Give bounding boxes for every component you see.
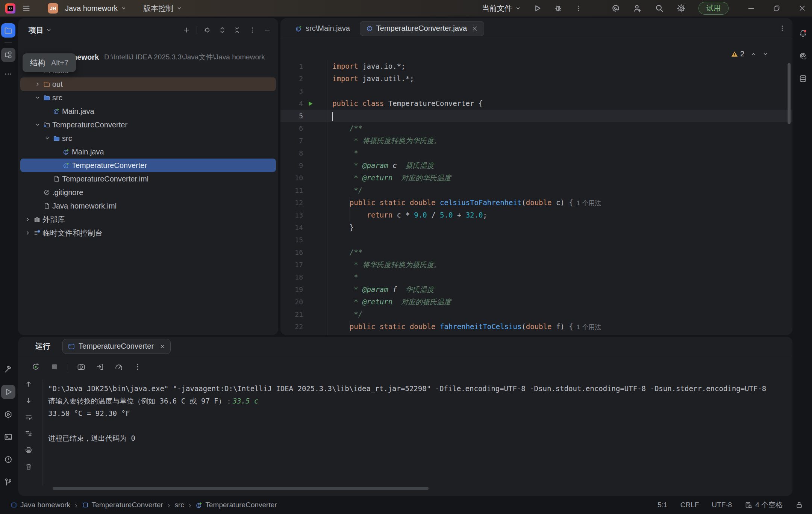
inspection-widget[interactable]: 2 — [731, 50, 768, 58]
tree-item-外部库[interactable]: 外部库 — [20, 213, 276, 226]
chevron-right-icon[interactable] — [23, 216, 32, 222]
code-line-15[interactable]: 15 — [280, 234, 792, 246]
caret-position-widget[interactable]: 5:1 — [657, 501, 667, 509]
tree-item-src[interactable]: src — [20, 91, 276, 104]
more-options-button[interactable] — [247, 24, 258, 36]
code-line-3[interactable]: 3 — [280, 85, 792, 97]
prev-problem-button[interactable] — [750, 51, 756, 57]
settings-button[interactable] — [677, 4, 686, 13]
chevron-down-icon[interactable] — [33, 95, 42, 101]
chevron-right-icon[interactable] — [33, 81, 42, 87]
close-button[interactable] — [798, 5, 806, 12]
terminal-tool-window-button[interactable] — [1, 430, 15, 444]
ai-assistant-button[interactable] — [796, 49, 810, 63]
code-with-me-button[interactable] — [633, 4, 642, 13]
code-line-13[interactable]: 13 return c * 9.0 / 5.0 + 32.0; — [280, 209, 792, 221]
console-scrollbar[interactable] — [53, 487, 429, 490]
minimize-button[interactable] — [747, 5, 755, 12]
code-line-9[interactable]: 9 * @param c 摄氏温度 — [280, 159, 792, 172]
hide-panel-button[interactable] — [262, 24, 273, 36]
version-control-tool-window-button[interactable] — [1, 475, 15, 489]
collapse-all-button[interactable] — [232, 24, 243, 36]
code-line-5[interactable]: 5 — [280, 110, 792, 122]
next-occurrence-button[interactable] — [23, 395, 34, 406]
expand-all-button[interactable] — [217, 24, 228, 36]
tree-item-gitignore[interactable]: .gitignore — [20, 186, 276, 199]
rerun-button[interactable] — [30, 361, 41, 372]
select-opened-file-button[interactable] — [201, 24, 213, 36]
encoding-widget[interactable]: UTF-8 — [712, 501, 732, 509]
console-output[interactable]: "D:\Java JDK25\bin\java.exe" "-javaagent… — [48, 382, 792, 444]
prev-occurrence-button[interactable] — [23, 379, 34, 389]
problems-tool-window-button[interactable] — [1, 452, 15, 467]
code-line-4[interactable]: 4public class TemperatureConverter { — [280, 97, 792, 110]
project-view-selector[interactable]: 项目 — [29, 25, 52, 35]
code-line-10[interactable]: 10 * @return 对应的华氏温度 — [280, 172, 792, 184]
close-tab-icon[interactable] — [472, 26, 478, 32]
run-configuration-selector[interactable]: 当前文件 — [482, 3, 521, 14]
tree-item-java-homework-iml[interactable]: Java homework.iml — [20, 199, 276, 213]
tree-item-temperatureconverter-iml[interactable]: TemperatureConverter.iml — [20, 172, 276, 186]
code-line-12[interactable]: 12 public static double celsiusToFahrenh… — [280, 197, 792, 209]
chevron-right-icon[interactable] — [23, 230, 32, 236]
code-line-19[interactable]: 19 * @param f 华氏温度 — [280, 283, 792, 296]
code-line-14[interactable]: 14 } — [280, 221, 792, 234]
soft-wrap-button[interactable] — [23, 412, 34, 422]
trial-button[interactable]: 试用 — [698, 2, 729, 15]
more-options-button[interactable] — [132, 361, 143, 372]
stop-button[interactable] — [49, 361, 60, 372]
indent-widget[interactable]: 4 个空格 — [745, 500, 783, 510]
services-tool-window-button[interactable] — [1, 407, 15, 422]
tree-item-临时文件和控制台[interactable]: 临时文件和控制台 — [20, 226, 276, 240]
profiler-button[interactable] — [113, 361, 124, 372]
add-button[interactable] — [181, 24, 192, 36]
main-menu-button[interactable] — [22, 4, 30, 12]
code-line-23[interactable]: 23 return (f - 32.0) * 5.0 / 9.0; — [280, 333, 792, 335]
run-class-icon[interactable] — [307, 100, 314, 107]
code-line-16[interactable]: 16 /** — [280, 246, 792, 259]
maximize-button[interactable] — [773, 5, 780, 12]
structure-tool-window-button[interactable] — [1, 48, 15, 62]
editor-tab-temperatureconverter-java[interactable]: CTemperatureConverter.java — [360, 21, 484, 36]
tree-item-out[interactable]: out — [20, 77, 276, 91]
code-line-8[interactable]: 8 * — [280, 147, 792, 159]
clear-all-button[interactable] — [23, 461, 34, 472]
build-tool-window-button[interactable] — [1, 362, 15, 376]
code-line-22[interactable]: 22 public static double fahrenheitToCels… — [280, 320, 792, 333]
more-run-actions-button[interactable] — [575, 5, 582, 12]
file-lock-widget[interactable] — [795, 501, 803, 509]
code-line-1[interactable]: 1import java.io.*; — [280, 60, 792, 73]
scroll-to-end-button[interactable] — [23, 428, 34, 439]
run-tab[interactable]: TemperatureConverter — [62, 339, 171, 354]
next-problem-button[interactable] — [762, 51, 768, 57]
code-line-18[interactable]: 18 * — [280, 271, 792, 283]
code-line-6[interactable]: 6 /** — [280, 122, 792, 135]
editor-tab-src-main-java[interactable]: Csrc\Main.java — [289, 21, 356, 36]
code-line-2[interactable]: 2import java.util.*; — [280, 73, 792, 85]
breadcrumb-src[interactable]: src — [175, 501, 184, 509]
editor-scrollbar[interactable] — [788, 63, 791, 124]
breadcrumb-temperatureconverter[interactable]: TemperatureConverter — [82, 501, 163, 509]
tree-item-temperatureconverter[interactable]: CTemperatureConverter — [20, 159, 276, 172]
tree-item-temperatureconverter[interactable]: TemperatureConverter — [20, 118, 276, 132]
line-separator-widget[interactable]: CRLF — [680, 501, 699, 509]
project-tool-window-button[interactable] — [1, 23, 15, 38]
ai-assistant-button[interactable] — [611, 4, 620, 13]
tree-item-main-java[interactable]: CMain.java — [20, 104, 276, 118]
code-area[interactable]: 1import java.io.*;2import java.util.*;34… — [280, 57, 792, 335]
code-line-17[interactable]: 17 * 将华氏度转换为摄氏度。 — [280, 259, 792, 271]
print-button[interactable] — [23, 445, 34, 455]
code-line-7[interactable]: 7 * 将摄氏度转换为华氏度。 — [280, 135, 792, 147]
debug-button[interactable] — [554, 4, 562, 12]
dump-to-file-button[interactable] — [94, 361, 106, 372]
code-line-11[interactable]: 11 */ — [280, 184, 792, 197]
tree-item-src[interactable]: src — [20, 132, 276, 145]
breadcrumb-java-homework[interactable]: Java homework — [11, 501, 70, 509]
chevron-down-icon[interactable] — [43, 135, 52, 141]
notifications-button[interactable] — [796, 26, 810, 41]
breadcrumb-temperatureconverter[interactable]: CTemperatureConverter — [196, 501, 277, 509]
editor-options-button[interactable] — [779, 25, 786, 32]
code-line-21[interactable]: 21 */ — [280, 308, 792, 320]
run-tool-window-button[interactable] — [1, 385, 15, 399]
close-run-tab-button[interactable] — [160, 344, 165, 349]
